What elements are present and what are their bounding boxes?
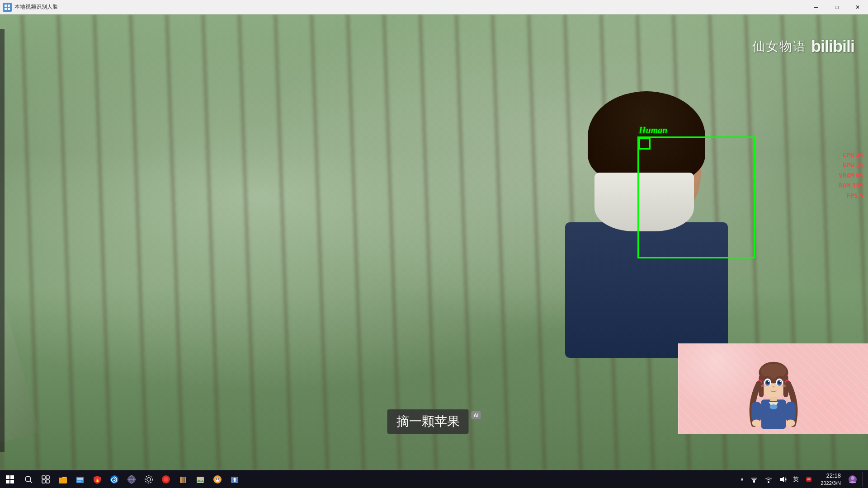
subtitle-text: 摘一颗苹果 <box>387 409 469 434</box>
svg-rect-34 <box>42 480 45 483</box>
window-controls: ─ □ ✕ <box>806 0 868 14</box>
svg-point-22 <box>760 385 766 388</box>
svg-point-57 <box>218 478 219 479</box>
svg-rect-51 <box>182 477 184 483</box>
maximize-button[interactable]: □ <box>826 0 847 14</box>
svg-rect-35 <box>46 480 49 483</box>
cpu-stat: CPU 2% <box>839 150 863 160</box>
record-icon[interactable] <box>157 470 175 488</box>
fps-stat: FPS 5 <box>839 191 863 201</box>
svg-point-21 <box>772 386 774 387</box>
svg-rect-3 <box>8 8 10 10</box>
svg-rect-40 <box>77 481 81 482</box>
clock-time: 22:18 <box>821 472 841 480</box>
windows-icon <box>6 475 14 483</box>
svg-point-67 <box>851 476 854 480</box>
cpu-value: 2% <box>856 150 863 160</box>
vram-label: VRAM <box>839 170 854 180</box>
close-button[interactable]: ✕ <box>847 0 868 14</box>
svg-rect-33 <box>46 476 49 479</box>
clock-date: 2022/3/N <box>821 480 841 486</box>
svg-point-56 <box>216 478 217 479</box>
user-avatar[interactable] <box>846 473 859 486</box>
bilibili-watermark: 仙女物语 bilibili <box>752 37 854 56</box>
app-icon <box>3 3 12 12</box>
edge-icon[interactable] <box>106 470 123 488</box>
ime-icon[interactable]: 中 <box>802 473 815 486</box>
svg-rect-60 <box>752 479 756 480</box>
svg-rect-26 <box>751 402 761 422</box>
svg-point-20 <box>779 380 781 382</box>
ai-badge: AI <box>472 411 481 419</box>
ram-stat: RAM 55% <box>839 180 863 190</box>
show-desktop-button[interactable] <box>863 472 864 487</box>
face-detection-box: Human <box>637 136 755 258</box>
svg-point-62 <box>768 481 769 483</box>
start-button[interactable] <box>0 470 20 488</box>
svg-point-47 <box>145 476 152 483</box>
vpn-icon[interactable] <box>123 470 140 488</box>
svg-line-31 <box>30 481 32 483</box>
app11-icon[interactable] <box>226 470 243 488</box>
vram-value: 0% <box>856 170 863 180</box>
wifi-icon[interactable] <box>762 473 775 486</box>
svg-text:中: 中 <box>807 478 811 481</box>
svg-point-49 <box>164 477 168 482</box>
notification-expand[interactable]: ∧ <box>738 476 746 483</box>
pip-window <box>678 343 868 434</box>
taskbar: 🔥 <box>0 470 868 488</box>
gpu-stat: GPU 1% <box>839 160 863 170</box>
svg-rect-2 <box>5 8 7 10</box>
search-button[interactable] <box>20 470 37 488</box>
svg-rect-61 <box>751 478 757 479</box>
photos-icon[interactable] <box>192 470 209 488</box>
svg-rect-1 <box>8 5 10 7</box>
svg-rect-36 <box>59 478 67 483</box>
gpu-value: 1% <box>856 160 863 170</box>
ram-label: RAM <box>839 180 850 190</box>
vram-stat: VRAM 0% <box>839 170 863 180</box>
face-label: Human <box>639 125 667 136</box>
language-indicator[interactable]: 英 <box>791 475 801 483</box>
task-view-button[interactable] <box>37 470 54 488</box>
anime-character <box>740 346 807 434</box>
app10-icon[interactable] <box>209 470 226 488</box>
svg-rect-59 <box>753 480 755 483</box>
ram-value: 55% <box>852 180 863 190</box>
system-tray: ∧ 英 <box>738 472 868 487</box>
stats-overlay: CPU 2% GPU 1% VRAM 0% RAM 55% FPS 5 <box>839 150 863 201</box>
cpu-label: CPU <box>843 150 854 160</box>
left-rail <box>0 29 5 452</box>
gpu-label: GPU <box>843 160 854 170</box>
svg-point-12 <box>760 364 786 379</box>
bilibili-logo: bilibili <box>811 37 854 56</box>
svg-rect-0 <box>5 5 7 7</box>
svg-rect-53 <box>197 477 204 483</box>
library-icon[interactable] <box>175 470 192 488</box>
explorer2-icon[interactable] <box>71 470 89 488</box>
svg-point-46 <box>147 478 151 481</box>
minimize-button[interactable]: ─ <box>806 0 826 14</box>
video-area: Human CPU 2% GPU 1% VRAM 0% RAM 55% FPS … <box>0 14 868 470</box>
network-icon[interactable] <box>748 473 760 486</box>
svg-rect-39 <box>77 479 83 480</box>
svg-point-23 <box>780 385 786 388</box>
security-icon[interactable]: 🔥 <box>89 470 106 488</box>
window-title: 本地视频识别人脸 <box>14 3 806 11</box>
svg-point-29 <box>786 420 795 427</box>
fps-value: 5 <box>860 191 863 201</box>
clock[interactable]: 22:18 2022/3/N <box>817 472 844 486</box>
file-explorer-icon[interactable] <box>54 470 71 488</box>
svg-rect-50 <box>180 477 182 483</box>
svg-point-19 <box>768 380 769 382</box>
svg-point-30 <box>25 476 31 482</box>
volume-icon[interactable] <box>777 473 789 486</box>
svg-rect-32 <box>42 476 45 479</box>
settings-icon[interactable] <box>140 470 157 488</box>
svg-text:🔥: 🔥 <box>95 477 100 483</box>
fps-label: FPS <box>846 191 858 201</box>
svg-point-28 <box>752 420 761 427</box>
svg-rect-27 <box>786 402 796 422</box>
svg-rect-52 <box>184 477 186 483</box>
svg-marker-63 <box>780 477 784 482</box>
